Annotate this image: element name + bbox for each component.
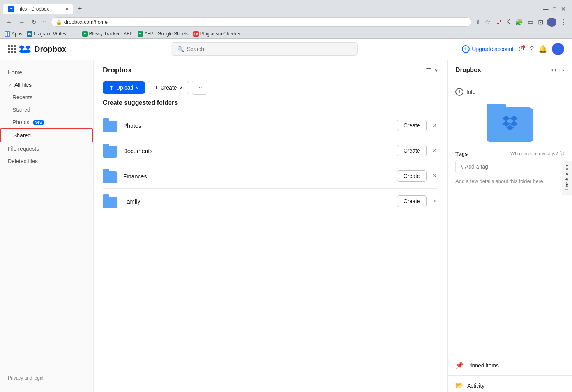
wm-close-btn[interactable]: ✕	[561, 6, 566, 12]
sidebar-item-home[interactable]: Home	[0, 66, 93, 79]
file-requests-label: File requests	[8, 146, 39, 152]
activity-section[interactable]: 📂 Activity	[448, 375, 572, 392]
dismiss-documents-button[interactable]: ×	[431, 146, 438, 156]
list-view-icon[interactable]: ☰	[426, 67, 431, 74]
bookmark-apps[interactable]: Home Apps	[5, 31, 22, 37]
folder-row-family: Family Create ×	[103, 189, 438, 214]
wm-maximize-btn[interactable]: □	[553, 6, 556, 12]
folder-icon-family	[103, 194, 118, 208]
bookmark-lizgrace[interactable]: W Lizgrace Writes —....	[27, 31, 77, 37]
search-bar[interactable]: 🔍	[171, 42, 358, 56]
forward-btn[interactable]: →	[17, 17, 26, 27]
sidebar-bottom: Privacy and legal	[0, 367, 93, 389]
header-left: Dropbox	[8, 43, 66, 55]
right-panel-toggle[interactable]: ↤ ↦	[551, 66, 564, 74]
upgrade-icon: +	[462, 45, 470, 53]
new-tab-btn[interactable]: +	[75, 3, 85, 14]
folder-name-finances: Finances	[123, 173, 392, 179]
apps-text: Apps	[12, 31, 22, 37]
sidebar-item-all-files[interactable]: ∨ All files	[0, 79, 93, 91]
sidebar-item-file-requests[interactable]: File requests	[0, 142, 93, 155]
puzzle-icon[interactable]: 🧩	[514, 18, 524, 26]
wp-icon: W	[27, 31, 32, 37]
create-documents-button[interactable]: Create	[397, 145, 427, 156]
right-panel-header: Dropbox ↤ ↦	[448, 60, 572, 80]
header-center: 🔍	[66, 42, 462, 56]
share-icon[interactable]: ⇪	[475, 18, 481, 26]
panel-collapse-icon: ↦	[559, 66, 564, 74]
activity-section-icon: 📂	[455, 382, 463, 389]
sidebar-item-recents[interactable]: Recents	[0, 91, 93, 104]
sidebar-item-shared[interactable]: Shared	[0, 128, 93, 142]
menu-btn[interactable]: ⋮	[560, 18, 567, 26]
dismiss-photos-button[interactable]: ×	[431, 120, 438, 130]
wm-minimize-btn[interactable]: —	[543, 6, 549, 12]
more-options-button[interactable]: ···	[192, 81, 207, 95]
sidebar-icon[interactable]: ▭	[527, 18, 534, 26]
tag-input[interactable]	[455, 160, 564, 173]
dismiss-finances-button[interactable]: ×	[431, 171, 438, 181]
home-btn[interactable]: ⌂	[41, 17, 48, 27]
create-label: Create	[161, 84, 177, 91]
starred-label: Starred	[12, 107, 30, 113]
content-header-actions: ☰ ∨	[426, 67, 438, 74]
bookmark-blessy-label: Blessy Tracker - AFP	[89, 31, 133, 37]
split-icon[interactable]: ⊡	[537, 18, 544, 26]
dismiss-family-button[interactable]: ×	[431, 196, 438, 206]
tags-who-link[interactable]: Who can see my tags? ⓘ	[510, 150, 564, 157]
pinned-items-section[interactable]: 📌 Pinned items	[448, 355, 572, 375]
bookmark-plagiarism[interactable]: sst Plagiarism Checker...	[193, 31, 244, 37]
privacy-legal-link[interactable]: Privacy and legal	[8, 373, 85, 383]
folder-row-documents: Documents Create ×	[103, 138, 438, 163]
tab-close-btn[interactable]: ×	[65, 6, 69, 12]
content-header: Dropbox ☰ ∨	[94, 60, 447, 77]
create-family-button[interactable]: Create	[397, 195, 427, 207]
notifications-icon-btn[interactable]: 🔔	[538, 45, 547, 53]
folder-icon-finances	[103, 169, 118, 183]
bookmark-afp-label: AFP - Google Sheets	[145, 31, 189, 37]
sidebar-item-starred[interactable]: Starred	[0, 104, 93, 116]
tags-who-label: Who can see my tags?	[510, 151, 558, 156]
header-right: + Upgrade account ⏱ ? 🔔 👤	[462, 43, 564, 55]
bookmark-afp[interactable]: + AFP - Google Sheets	[138, 31, 189, 37]
afp-icon: +	[138, 31, 143, 37]
url-text: dropbox.com/home	[64, 19, 467, 25]
star-icon[interactable]: ☆	[484, 18, 491, 26]
search-input[interactable]	[187, 46, 351, 52]
user-avatar-header[interactable]: 👤	[552, 43, 564, 55]
wm-controls: — □ ✕	[87, 6, 569, 12]
bookmark-plagiarism-label: Plagiarism Checker...	[200, 31, 244, 37]
sidebar-nav: Home ∨ All files Recents Starred Photos …	[0, 66, 93, 367]
activity-label: Activity	[467, 383, 484, 389]
finish-setup-panel[interactable]: Finish setup	[562, 161, 572, 195]
create-button[interactable]: + Create ∨	[148, 81, 189, 94]
grid-menu-icon[interactable]	[8, 45, 16, 53]
sidebar-item-deleted-files[interactable]: Deleted files	[0, 155, 93, 167]
content-area: Dropbox ☰ ∨ ⬆ Upload ∨ + Create ∨ ··	[94, 60, 447, 392]
browser-titlebar: ✦ Files - Dropbox × + — □ ✕	[0, 0, 572, 14]
bookmark-blessy[interactable]: + Blessy Tracker - AFP	[82, 31, 133, 37]
upload-icon: ⬆	[109, 84, 114, 91]
profile-icon[interactable]: K	[505, 18, 511, 26]
dropbox-logo[interactable]: Dropbox	[19, 43, 66, 55]
apps-icon	[5, 31, 10, 37]
app-name: Dropbox	[34, 45, 66, 54]
extension-icon[interactable]: 🛡	[494, 18, 502, 26]
url-bar[interactable]: 🔒 dropbox.com/home	[51, 17, 472, 27]
upload-button[interactable]: ⬆ Upload ∨	[103, 81, 145, 94]
create-photos-button[interactable]: Create	[397, 120, 427, 131]
sidebar-item-photos[interactable]: Photos New	[0, 116, 93, 128]
bookmarks-bar: Home Apps W Lizgrace Writes —.... + Bles…	[0, 30, 572, 39]
reload-btn[interactable]: ↻	[30, 17, 38, 27]
user-avatar[interactable]: 👤	[547, 18, 556, 27]
create-finances-button[interactable]: Create	[397, 170, 427, 182]
right-panel-content: i Info	[448, 80, 572, 355]
activity-icon-btn[interactable]: ⏱	[518, 45, 525, 53]
browser-tab[interactable]: ✦ Files - Dropbox ×	[3, 4, 73, 14]
dropbox-icon	[19, 43, 31, 55]
view-chevron-icon[interactable]: ∨	[434, 68, 438, 73]
back-btn[interactable]: ←	[5, 17, 14, 27]
main-layout: Home ∨ All files Recents Starred Photos …	[0, 60, 572, 392]
help-icon-btn[interactable]: ?	[530, 45, 534, 53]
upgrade-account-link[interactable]: + Upgrade account	[462, 45, 514, 53]
